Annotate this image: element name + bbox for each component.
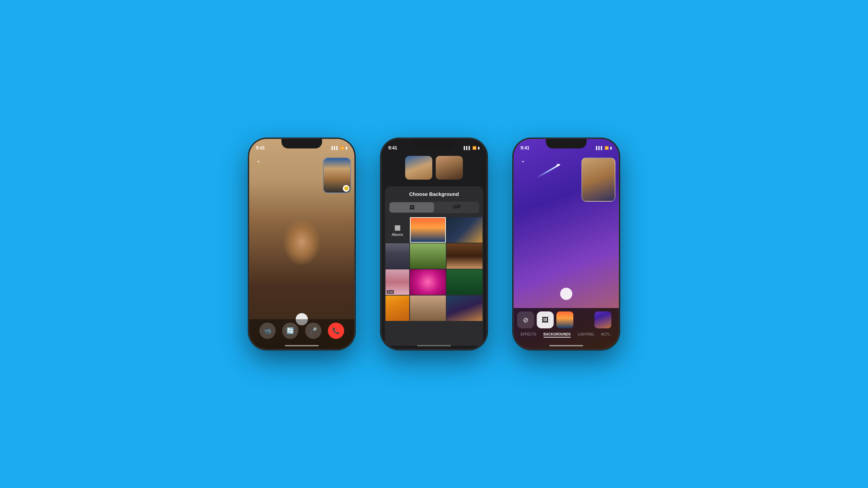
no-effect-button[interactable]: ⊘: [517, 311, 534, 328]
photo-item-10[interactable]: [410, 296, 446, 321]
top-previews: [381, 156, 487, 180]
time-1: 9:41: [256, 145, 265, 150]
video-duration-badge: 0:12: [387, 290, 394, 294]
phone-3: 9:41 ▌▌▌ 📶 ▮ ⌄ ⊘ 🖼: [514, 139, 619, 349]
photo-item-8[interactable]: [447, 269, 482, 295]
photo-item-6[interactable]: 0:12: [386, 269, 409, 295]
emoji-badge-1: 🙂: [343, 185, 350, 192]
flip-camera-button[interactable]: 🔄: [282, 323, 298, 339]
photo-item-1[interactable]: [410, 217, 446, 243]
signal-icon-1: ▌▌▌: [332, 146, 339, 150]
video-call-bg: 9:41 ▌▌▌ 📶 ▮ ⌄ 🙂 📹: [249, 139, 354, 349]
choose-background-modal: Choose Background 🖼 GIF ▦ Albums: [385, 186, 483, 346]
self-preview-3: [581, 158, 615, 202]
call-controls-1: 📹 🔄 🎤 📞: [249, 319, 354, 349]
notch-3: [546, 139, 587, 148]
media-type-tabs: 🖼 GIF: [389, 202, 479, 213]
tab-effects[interactable]: EFFECTS: [521, 332, 536, 338]
phone-2-screen: 9:41 ▌▌▌ 📶 ▮ Choose Background 🖼: [381, 139, 487, 349]
photos-icon: 🖼: [410, 205, 414, 210]
battery-icon-3: ▮: [610, 146, 612, 150]
gif-label: GIF: [453, 204, 461, 209]
status-icons-3: ▌▌▌ 📶 ▮: [596, 146, 612, 150]
effect-icons-row: ⊘ 🖼: [517, 311, 615, 328]
signal-icon-3: ▌▌▌: [596, 146, 603, 150]
mic-icon: 🎤: [310, 327, 317, 334]
albums-cell[interactable]: ▦ Albums: [386, 217, 409, 243]
tab-lighting[interactable]: LIGHTING: [578, 332, 594, 338]
controls-row-1: 📹 🔄 🎤 📞: [256, 323, 348, 339]
video-toggle-button[interactable]: 📹: [259, 323, 276, 339]
bg-thumb-3[interactable]: [594, 311, 611, 328]
photo-bg-button[interactable]: 🖼: [537, 311, 554, 328]
phone-1-screen: 9:41 ▌▌▌ 📶 ▮ ⌄ 🙂 📹: [249, 139, 354, 349]
home-indicator-3: [549, 345, 583, 346]
tab-activities[interactable]: ACTI...: [601, 332, 612, 338]
battery-icon-2: ▮: [478, 146, 480, 150]
status-icons-2: ▌▌▌ 📶 ▮: [464, 146, 480, 150]
flip-icon: 🔄: [287, 327, 294, 334]
phone-1: 9:41 ▌▌▌ 📶 ▮ ⌄ 🙂 📹: [249, 139, 354, 349]
photo-item-3[interactable]: [386, 243, 409, 269]
wifi-icon-2: 📶: [472, 146, 476, 150]
mic-indicator-3: [560, 288, 572, 300]
mute-button[interactable]: 🎤: [305, 323, 321, 339]
photo-item-9[interactable]: [386, 296, 409, 321]
phone-3-screen: 9:41 ▌▌▌ 📶 ▮ ⌄ ⊘ 🖼: [514, 139, 619, 349]
home-indicator-2: [417, 345, 451, 346]
wifi-icon-3: 📶: [605, 146, 609, 150]
tab-photos[interactable]: 🖼: [390, 202, 434, 212]
modal-title: Choose Background: [385, 186, 483, 202]
photo-item-5[interactable]: [447, 243, 482, 269]
bottom-controls-3: ⊘ 🖼 EFFECTS BACKGROUNDS LIGHTING AC: [514, 308, 619, 349]
photo-item-2[interactable]: [447, 217, 482, 243]
chevron-down-icon-1[interactable]: ⌄: [256, 157, 261, 164]
photo-bg-icon: 🖼: [542, 316, 549, 324]
signal-icon-2: ▌▌▌: [464, 146, 471, 150]
time-2: 9:41: [388, 145, 397, 150]
self-preview-1: 🙂: [323, 158, 351, 193]
choose-bg-screen: 9:41 ▌▌▌ 📶 ▮ Choose Background 🖼: [381, 139, 487, 349]
notch-2: [414, 139, 454, 148]
chevron-down-icon-3[interactable]: ⌄: [520, 157, 526, 164]
video-icon: 📹: [264, 327, 271, 334]
battery-icon-1: ▮: [346, 146, 348, 150]
photo-item-11[interactable]: [447, 296, 482, 321]
albums-icon: ▦: [394, 223, 401, 231]
wifi-icon-1: 📶: [340, 146, 344, 150]
time-3: 9:41: [520, 145, 529, 150]
photo-grid: ▦ Albums 0:12: [385, 217, 483, 322]
tab-backgrounds[interactable]: BACKGROUNDS: [544, 332, 571, 338]
status-icons-1: ▌▌▌ 📶 ▮: [332, 146, 348, 150]
backgrounds-screen: 9:41 ▌▌▌ 📶 ▮ ⌄ ⊘ 🖼: [514, 139, 619, 349]
home-indicator-1: [285, 345, 319, 346]
tab-gif[interactable]: GIF: [435, 202, 479, 212]
notch-1: [281, 139, 322, 148]
self-preview-face-3: [582, 158, 615, 201]
phone-2: 9:41 ▌▌▌ 📶 ▮ Choose Background 🖼: [381, 139, 487, 349]
photo-item-7[interactable]: [410, 269, 446, 295]
end-call-icon: 📞: [332, 327, 340, 334]
bg-thumb-1[interactable]: [556, 311, 573, 328]
shooting-star: [536, 164, 560, 178]
no-effect-icon: ⊘: [523, 316, 529, 324]
preview-thumb-2: [436, 156, 463, 180]
bg-thumb-2[interactable]: [575, 311, 592, 328]
end-call-button[interactable]: 📞: [328, 323, 344, 339]
photo-item-4[interactable]: [410, 243, 446, 269]
background-thumbnails: [556, 311, 611, 328]
preview-thumb-1: [405, 156, 432, 180]
albums-label: Albums: [392, 233, 403, 237]
bottom-tabs-bar: EFFECTS BACKGROUNDS LIGHTING ACTI...: [517, 331, 615, 339]
